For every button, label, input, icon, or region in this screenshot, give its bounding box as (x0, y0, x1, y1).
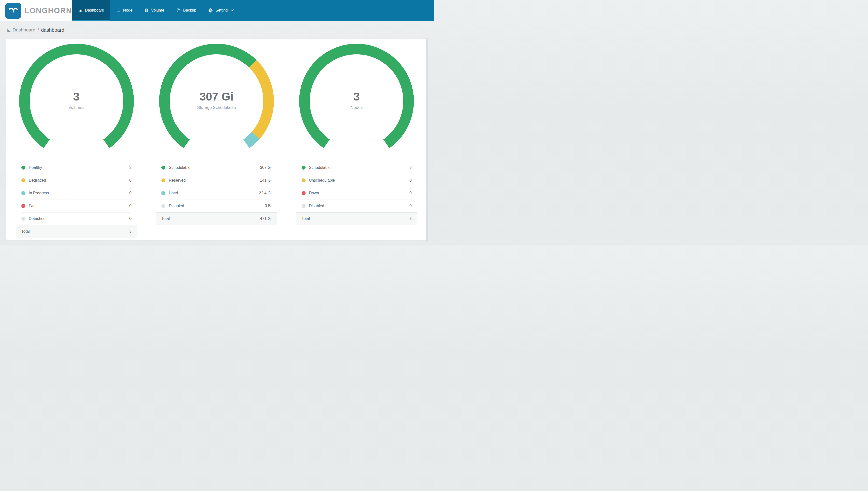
nodes-donut-chart (299, 44, 414, 153)
storage-donut-chart (159, 44, 274, 153)
chart-icon (7, 28, 11, 32)
nav-item-setting[interactable]: Setting (202, 0, 240, 21)
nav-label: Volume (151, 8, 164, 12)
down-dot (302, 191, 306, 195)
nav-label: Node (123, 8, 132, 12)
in-progress-dot (21, 191, 25, 195)
nav-label: Setting (215, 8, 228, 12)
legend-label: Used (169, 191, 178, 195)
legend-total-row: Total471 Gi (156, 212, 277, 225)
legend-value: 0 (129, 178, 131, 182)
chevron-down-icon (230, 9, 234, 11)
reserved-dot (161, 178, 165, 182)
nav-item-backup[interactable]: Backup (170, 0, 202, 21)
legend-total-row: Total3 (16, 225, 137, 238)
legend-label: Disabled (169, 204, 184, 208)
gauge-segment-schedulable (305, 49, 409, 144)
legend-value: 3 (409, 165, 412, 170)
legend-row-unschedulable: Unschedulable0 (296, 174, 417, 187)
legend-row-down: Down0 (296, 187, 417, 200)
volumes-gauge: 3 Volumes (19, 44, 134, 153)
dashboard-card: 3 Volumes Healthy3Degraded0In Progress0F… (6, 39, 427, 240)
legend-value: 141 Gi (260, 178, 272, 182)
legend-label: Degraded (29, 178, 46, 182)
nav-item-volume[interactable]: Volume (138, 0, 170, 21)
nav-item-dashboard[interactable]: Dashboard (72, 0, 110, 21)
legend-row-used: Used22.4 Gi (156, 187, 277, 200)
legend-value: 0 (409, 204, 412, 208)
schedulable-dot (302, 166, 306, 170)
nav-item-node[interactable]: Node (110, 0, 138, 21)
legend-label: Detached (29, 216, 46, 221)
volume-icon (144, 8, 149, 13)
legend-value: 0 (409, 178, 412, 182)
detached-dot (21, 217, 25, 221)
legend-label: Total (161, 216, 170, 221)
storage-panel: 307 Gi Storage Schedulable Schedulable30… (146, 44, 286, 240)
legend-label: Total (302, 216, 310, 221)
storage-legend-table: Schedulable307 GiReserved141 GiUsed22.4 … (156, 161, 277, 225)
schedulable-dot (161, 166, 165, 170)
nodes-gauge: 3 Nodes (299, 44, 414, 153)
gauge-segment-used (246, 136, 256, 144)
legend-value: 0 Bi (265, 204, 272, 208)
legend-value: 0 (129, 191, 131, 195)
legend-row-reserved: Reserved141 Gi (156, 174, 277, 187)
healthy-dot (21, 166, 25, 170)
breadcrumb-separator: / (38, 27, 39, 33)
top-navbar: LONGHORN Dashboard Node Volume (0, 0, 434, 21)
legend-label: Schedulable (169, 165, 190, 170)
storage-gauge: 307 Gi Storage Schedulable (159, 44, 274, 153)
legend-value: 3 (409, 216, 412, 221)
legend-row-disabled: Disabled0 Bi (156, 200, 277, 212)
gauge-segment-healthy (24, 49, 128, 144)
legend-row-schedulable: Schedulable307 Gi (156, 161, 277, 174)
legend-label: Disabled (309, 204, 324, 208)
longhorn-logo-mark (5, 3, 21, 19)
scrollbar-thumb[interactable] (426, 38, 428, 241)
legend-value: 3 (129, 165, 131, 170)
volumes-donut-chart (19, 44, 134, 153)
nodes-panel: 3 Nodes Schedulable3Unschedulable0Down0D… (287, 44, 427, 240)
legend-label: Schedulable (309, 165, 331, 170)
nav-label: Dashboard (85, 8, 104, 12)
unschedulable-dot (302, 178, 306, 182)
legend-label: Unschedulable (309, 178, 335, 182)
legend-row-fault: Fault0 (16, 200, 137, 212)
legend-row-degraded: Degraded0 (16, 174, 137, 187)
dashboard-icon (78, 8, 83, 13)
logo[interactable]: LONGHORN (0, 0, 72, 21)
used-dot (161, 191, 165, 195)
volumes-panel: 3 Volumes Healthy3Degraded0In Progress0F… (6, 44, 146, 240)
legend-row-detached: Detached0 (16, 212, 137, 225)
bull-icon (8, 5, 19, 16)
legend-label: In Progress (29, 191, 49, 195)
legend-value: 0 (409, 191, 412, 195)
degraded-dot (21, 178, 25, 182)
legend-value: 0 (129, 204, 131, 208)
legend-value: 471 Gi (260, 216, 272, 221)
legend-row-schedulable: Schedulable3 (296, 161, 417, 174)
legend-row-healthy: Healthy3 (16, 161, 137, 174)
fault-dot (21, 204, 25, 208)
disabled-dot (161, 204, 165, 208)
legend-value: 22.4 Gi (259, 191, 272, 195)
legend-value: 0 (129, 216, 131, 221)
brand-name: LONGHORN (25, 6, 72, 15)
main-nav: Dashboard Node Volume Backup (72, 0, 434, 21)
volumes-legend-table: Healthy3Degraded0In Progress0Fault0Detac… (16, 161, 137, 238)
legend-label: Down (309, 191, 319, 195)
legend-label: Healthy (29, 165, 42, 170)
node-icon (116, 8, 121, 13)
breadcrumb-section[interactable]: Dashboard (12, 27, 35, 33)
gauge-segment-schedulable (164, 49, 253, 144)
legend-value: 307 Gi (260, 165, 272, 170)
legend-row-disabled: Disabled0 (296, 200, 417, 212)
legend-row-in-progress: In Progress0 (16, 187, 137, 200)
breadcrumb-page: dashboard (41, 27, 64, 33)
gauge-segment-reserved (253, 64, 269, 136)
nav-label: Backup (183, 8, 196, 12)
gear-icon (208, 8, 213, 13)
legend-total-row: Total3 (296, 212, 417, 225)
legend-label: Reserved (169, 178, 185, 182)
